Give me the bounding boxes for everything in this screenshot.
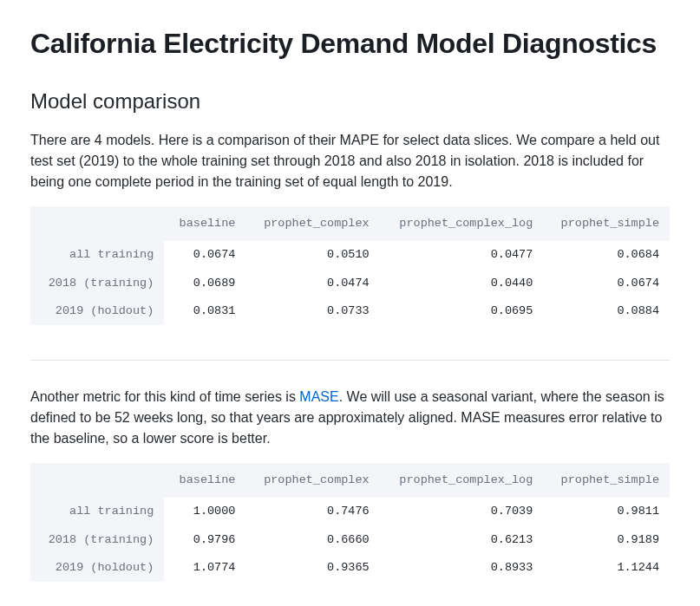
- table-cell: 0.0474: [245, 270, 379, 297]
- mase-link[interactable]: MASE: [299, 389, 338, 404]
- table-cell: 1.0774: [164, 554, 245, 582]
- divider: [30, 360, 670, 361]
- table-cell: 0.6213: [380, 526, 544, 554]
- row-label: 2019 (holdout): [30, 554, 164, 582]
- column-header: baseline: [164, 463, 245, 498]
- table-row: all training 0.0674 0.0510 0.0477 0.0684: [30, 241, 670, 269]
- mase-text-prefix: Another metric for this kind of time ser…: [30, 389, 299, 404]
- table-cell: 0.0440: [380, 270, 544, 297]
- table-cell: 1.0000: [164, 498, 245, 525]
- row-label: all training: [30, 241, 164, 269]
- column-header: prophet_complex_log: [380, 206, 544, 241]
- table-cell: 0.8933: [380, 554, 544, 582]
- table-row: 2018 (training) 0.0689 0.0474 0.0440 0.0…: [30, 270, 670, 297]
- column-header: baseline: [164, 206, 245, 241]
- table-cell: 0.0733: [245, 297, 379, 325]
- table-cell: 0.9189: [543, 526, 670, 554]
- table-cell: 0.9796: [164, 526, 245, 554]
- column-header: prophet_simple: [543, 206, 670, 241]
- row-label: all training: [30, 498, 164, 525]
- section-heading: Model comparison: [30, 88, 670, 114]
- table-cell: 0.0684: [543, 241, 670, 269]
- column-header: prophet_complex: [245, 206, 379, 241]
- mase-paragraph: Another metric for this kind of time ser…: [30, 387, 670, 449]
- row-label: 2018 (training): [30, 270, 164, 297]
- column-header: prophet_complex: [245, 463, 379, 498]
- table-cell: 0.6660: [245, 526, 379, 554]
- mape-table-wrapper: baseline prophet_complex prophet_complex…: [30, 206, 670, 325]
- row-label: 2018 (training): [30, 526, 164, 554]
- row-label: 2019 (holdout): [30, 297, 164, 325]
- page-title: California Electricity Demand Model Diag…: [30, 26, 670, 61]
- mase-table-wrapper: baseline prophet_complex prophet_complex…: [30, 463, 670, 582]
- table-cell: 0.0695: [380, 297, 544, 325]
- table-cell: 0.0831: [164, 297, 245, 325]
- table-corner: [30, 206, 164, 241]
- table-cell: 0.7476: [245, 498, 379, 525]
- table-cell: 0.9811: [543, 498, 670, 525]
- table-cell: 0.0884: [543, 297, 670, 325]
- mase-table: baseline prophet_complex prophet_complex…: [30, 463, 670, 582]
- table-corner: [30, 463, 164, 498]
- mape-table: baseline prophet_complex prophet_complex…: [30, 206, 670, 325]
- table-cell: 0.0510: [245, 241, 379, 269]
- table-row: 2018 (training) 0.9796 0.6660 0.6213 0.9…: [30, 526, 670, 554]
- table-row: 2019 (holdout) 0.0831 0.0733 0.0695 0.08…: [30, 297, 670, 325]
- column-header: prophet_simple: [543, 463, 670, 498]
- table-cell: 0.0477: [380, 241, 544, 269]
- column-header: prophet_complex_log: [380, 463, 544, 498]
- table-cell: 0.0674: [543, 270, 670, 297]
- table-cell: 0.9365: [245, 554, 379, 582]
- table-cell: 0.0674: [164, 241, 245, 269]
- table-row: 2019 (holdout) 1.0774 0.9365 0.8933 1.12…: [30, 554, 670, 582]
- intro-paragraph: There are 4 models. Here is a comparison…: [30, 130, 670, 192]
- table-cell: 1.1244: [543, 554, 670, 582]
- table-cell: 0.7039: [380, 498, 544, 525]
- table-row: all training 1.0000 0.7476 0.7039 0.9811: [30, 498, 670, 525]
- table-cell: 0.0689: [164, 270, 245, 297]
